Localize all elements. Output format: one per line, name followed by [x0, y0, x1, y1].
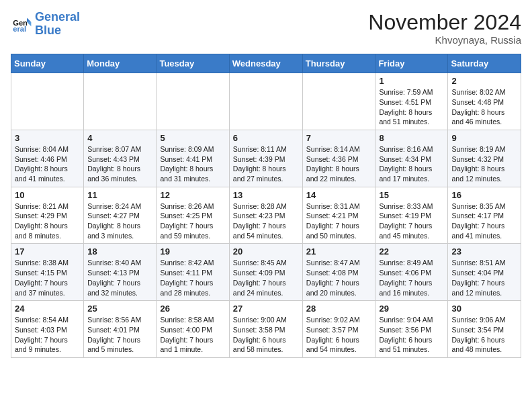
day-number: 18: [87, 246, 152, 257]
calendar-cell: 1Sunrise: 7:59 AMSunset: 4:51 PMDaylight…: [375, 73, 448, 130]
day-info: Sunrise: 8:24 AMSunset: 4:27 PMDaylight:…: [87, 201, 152, 241]
calendar-week-row: 10Sunrise: 8:21 AMSunset: 4:29 PMDayligh…: [11, 187, 521, 244]
logo-icon: Gen eral: [11, 13, 32, 35]
day-info: Sunrise: 8:56 AMSunset: 4:01 PMDaylight:…: [87, 315, 152, 355]
calendar-cell: 15Sunrise: 8:33 AMSunset: 4:19 PMDayligh…: [375, 187, 448, 244]
day-number: 30: [451, 304, 517, 314]
calendar-cell: 25Sunrise: 8:56 AMSunset: 4:01 PMDayligh…: [84, 301, 157, 358]
calendar-cell: 6Sunrise: 8:11 AMSunset: 4:39 PMDaylight…: [229, 130, 302, 187]
calendar-week-row: 1Sunrise: 7:59 AMSunset: 4:51 PMDaylight…: [11, 73, 521, 130]
day-info: Sunrise: 8:38 AMSunset: 4:15 PMDaylight:…: [15, 258, 80, 298]
day-number: 14: [306, 190, 372, 200]
day-info: Sunrise: 8:31 AMSunset: 4:21 PMDaylight:…: [306, 201, 372, 241]
day-number: 27: [233, 304, 299, 314]
day-number: 1: [379, 76, 444, 86]
day-number: 19: [160, 246, 225, 257]
calendar-header-tuesday: Tuesday: [157, 54, 229, 73]
day-number: 5: [160, 133, 225, 143]
day-number: 12: [160, 190, 225, 200]
day-number: 26: [160, 304, 225, 314]
month-year-title: November 2024: [368, 11, 521, 34]
calendar-cell: 18Sunrise: 8:40 AMSunset: 4:13 PMDayligh…: [84, 244, 157, 301]
day-info: Sunrise: 8:54 AMSunset: 4:03 PMDaylight:…: [15, 315, 80, 355]
logo-blue: Blue: [35, 24, 61, 37]
day-number: 16: [451, 190, 517, 200]
location-subtitle: Khvoynaya, Russia: [368, 34, 521, 46]
calendar-cell: 9Sunrise: 8:19 AMSunset: 4:32 PMDaylight…: [448, 130, 521, 187]
calendar-cell: 14Sunrise: 8:31 AMSunset: 4:21 PMDayligh…: [302, 187, 375, 244]
calendar-cell: 23Sunrise: 8:51 AMSunset: 4:04 PMDayligh…: [448, 244, 521, 301]
day-number: 29: [379, 304, 444, 314]
calendar-cell: 16Sunrise: 8:35 AMSunset: 4:17 PMDayligh…: [448, 187, 521, 244]
day-info: Sunrise: 7:59 AMSunset: 4:51 PMDaylight:…: [379, 87, 444, 127]
calendar-cell: 11Sunrise: 8:24 AMSunset: 4:27 PMDayligh…: [84, 187, 157, 244]
logo: Gen eral General Blue: [11, 11, 80, 38]
day-info: Sunrise: 8:51 AMSunset: 4:04 PMDaylight:…: [451, 258, 517, 298]
calendar-cell: 2Sunrise: 8:02 AMSunset: 4:48 PMDaylight…: [448, 73, 521, 130]
day-number: 22: [379, 246, 444, 257]
calendar-cell: 26Sunrise: 8:58 AMSunset: 4:00 PMDayligh…: [157, 301, 229, 358]
day-number: 24: [15, 304, 80, 314]
day-info: Sunrise: 8:58 AMSunset: 4:00 PMDaylight:…: [160, 315, 225, 355]
calendar-cell: 28Sunrise: 9:02 AMSunset: 3:57 PMDayligh…: [302, 301, 375, 358]
calendar-cell: 21Sunrise: 8:47 AMSunset: 4:08 PMDayligh…: [302, 244, 375, 301]
day-number: 20: [233, 246, 299, 257]
calendar-week-row: 3Sunrise: 8:04 AMSunset: 4:46 PMDaylight…: [11, 130, 521, 187]
calendar-cell: 13Sunrise: 8:28 AMSunset: 4:23 PMDayligh…: [229, 187, 302, 244]
calendar-header-friday: Friday: [375, 54, 448, 73]
day-number: 25: [87, 304, 152, 314]
day-info: Sunrise: 8:33 AMSunset: 4:19 PMDaylight:…: [379, 201, 444, 241]
day-info: Sunrise: 8:16 AMSunset: 4:34 PMDaylight:…: [379, 144, 444, 184]
day-info: Sunrise: 9:00 AMSunset: 3:58 PMDaylight:…: [233, 315, 299, 355]
day-info: Sunrise: 9:06 AMSunset: 3:54 PMDaylight:…: [451, 315, 517, 355]
calendar-cell: 22Sunrise: 8:49 AMSunset: 4:06 PMDayligh…: [375, 244, 448, 301]
calendar-cell: 20Sunrise: 8:45 AMSunset: 4:09 PMDayligh…: [229, 244, 302, 301]
calendar-header-thursday: Thursday: [302, 54, 375, 73]
calendar-cell: 12Sunrise: 8:26 AMSunset: 4:25 PMDayligh…: [157, 187, 229, 244]
svg-text:eral: eral: [13, 25, 26, 33]
calendar-header-row: SundayMondayTuesdayWednesdayThursdayFrid…: [11, 54, 521, 73]
day-info: Sunrise: 8:40 AMSunset: 4:13 PMDaylight:…: [87, 258, 152, 298]
day-info: Sunrise: 8:47 AMSunset: 4:08 PMDaylight:…: [306, 258, 372, 298]
day-info: Sunrise: 8:19 AMSunset: 4:32 PMDaylight:…: [451, 144, 517, 184]
calendar-header-wednesday: Wednesday: [229, 54, 302, 73]
day-number: 9: [451, 133, 517, 143]
day-info: Sunrise: 8:04 AMSunset: 4:46 PMDaylight:…: [15, 144, 80, 184]
calendar-cell: 3Sunrise: 8:04 AMSunset: 4:46 PMDaylight…: [11, 130, 84, 187]
day-number: 7: [306, 133, 372, 143]
day-info: Sunrise: 8:45 AMSunset: 4:09 PMDaylight:…: [233, 258, 299, 298]
day-number: 2: [451, 76, 517, 86]
calendar-header-monday: Monday: [84, 54, 157, 73]
calendar-cell: [229, 73, 302, 130]
calendar-cell: 19Sunrise: 8:42 AMSunset: 4:11 PMDayligh…: [157, 244, 229, 301]
day-number: 10: [15, 190, 80, 200]
day-number: 17: [15, 246, 80, 257]
title-area: November 2024 Khvoynaya, Russia: [368, 11, 521, 46]
day-number: 4: [87, 133, 152, 143]
day-number: 6: [233, 133, 299, 143]
day-number: 11: [87, 190, 152, 200]
calendar-cell: [11, 73, 84, 130]
calendar-week-row: 24Sunrise: 8:54 AMSunset: 4:03 PMDayligh…: [11, 301, 521, 358]
calendar-cell: 5Sunrise: 8:09 AMSunset: 4:41 PMDaylight…: [157, 130, 229, 187]
calendar-cell: [157, 73, 229, 130]
logo-text: General Blue: [35, 11, 80, 38]
calendar-cell: 27Sunrise: 9:00 AMSunset: 3:58 PMDayligh…: [229, 301, 302, 358]
day-number: 3: [15, 133, 80, 143]
day-info: Sunrise: 8:26 AMSunset: 4:25 PMDaylight:…: [160, 201, 225, 241]
day-number: 23: [451, 246, 517, 257]
calendar-cell: 4Sunrise: 8:07 AMSunset: 4:43 PMDaylight…: [84, 130, 157, 187]
day-number: 15: [379, 190, 444, 200]
day-number: 13: [233, 190, 299, 200]
header: Gen eral General Blue November 2024 Khvo…: [11, 11, 521, 46]
calendar-cell: 17Sunrise: 8:38 AMSunset: 4:15 PMDayligh…: [11, 244, 84, 301]
day-info: Sunrise: 8:49 AMSunset: 4:06 PMDaylight:…: [379, 258, 444, 298]
calendar-header-saturday: Saturday: [448, 54, 521, 73]
day-info: Sunrise: 9:02 AMSunset: 3:57 PMDaylight:…: [306, 315, 372, 355]
day-info: Sunrise: 8:09 AMSunset: 4:41 PMDaylight:…: [160, 144, 225, 184]
calendar-cell: 24Sunrise: 8:54 AMSunset: 4:03 PMDayligh…: [11, 301, 84, 358]
calendar-cell: 8Sunrise: 8:16 AMSunset: 4:34 PMDaylight…: [375, 130, 448, 187]
calendar-cell: [302, 73, 375, 130]
day-info: Sunrise: 8:35 AMSunset: 4:17 PMDaylight:…: [451, 201, 517, 241]
calendar-cell: 29Sunrise: 9:04 AMSunset: 3:56 PMDayligh…: [375, 301, 448, 358]
